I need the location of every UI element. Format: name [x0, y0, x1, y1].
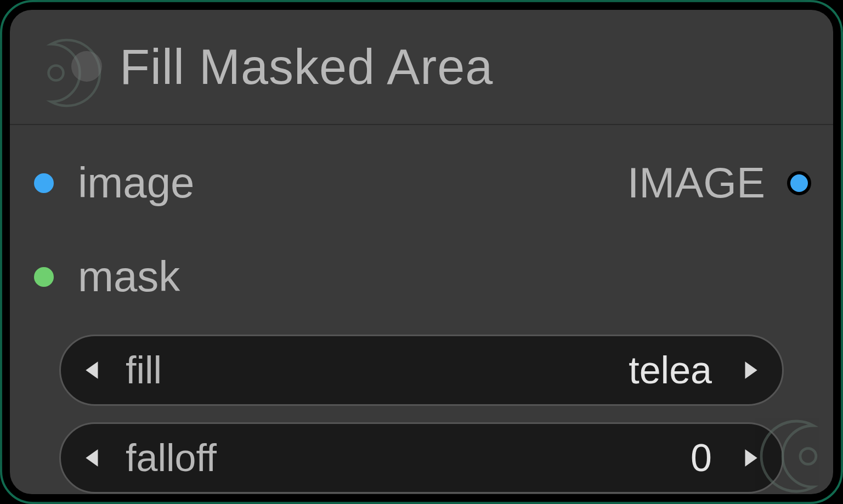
falloff-value: 0: [217, 436, 712, 480]
selection-frame: Fill Masked Area image IMAGE mask: [0, 0, 843, 504]
falloff-label: falloff: [126, 436, 217, 480]
output-socket-image[interactable]: [787, 171, 811, 195]
node-body: image IMAGE mask: [10, 125, 833, 494]
node-header[interactable]: Fill Masked Area: [10, 10, 833, 125]
falloff-next-button[interactable]: [734, 445, 767, 471]
falloff-prev-button[interactable]: [76, 445, 109, 471]
input-socket-mask[interactable]: [32, 265, 56, 289]
input-label-mask: mask: [78, 252, 180, 302]
widget-falloff[interactable]: falloff 0: [59, 422, 784, 494]
input-socket-image[interactable]: [32, 171, 56, 195]
input-label-image: image: [78, 158, 194, 208]
node-title: Fill Masked Area: [120, 39, 493, 95]
io-row-image: image IMAGE: [32, 158, 811, 208]
svg-point-0: [49, 66, 64, 81]
widget-fill[interactable]: fill telea: [59, 335, 784, 406]
output-label-image: IMAGE: [627, 158, 765, 208]
io-row-mask: mask: [32, 252, 811, 302]
fill-next-button[interactable]: [734, 357, 767, 383]
collapse-toggle[interactable]: [71, 51, 102, 82]
fill-prev-button[interactable]: [76, 357, 109, 383]
fill-value: telea: [162, 348, 712, 392]
widgets: fill telea falloff: [32, 335, 811, 494]
fill-label: fill: [126, 348, 162, 392]
node-fill-masked-area[interactable]: Fill Masked Area image IMAGE mask: [10, 10, 833, 494]
